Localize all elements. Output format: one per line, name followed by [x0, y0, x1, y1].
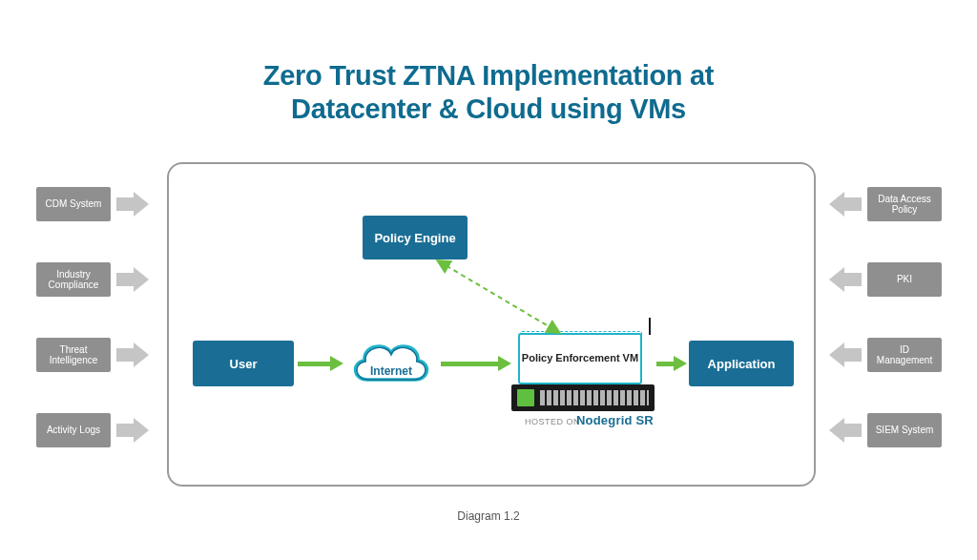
flow-arrow-icon: [298, 362, 330, 366]
arrow-icon: [844, 424, 862, 437]
right-box-pki: PKI: [867, 262, 942, 297]
title-line-1: Zero Trust ZTNA Implementation at: [0, 59, 977, 93]
hosted-on-label: HOSTED ON: [525, 417, 580, 426]
flow-arrow-head-icon: [330, 356, 343, 371]
right-box-siem: SIEM System: [867, 413, 942, 447]
node-policy-engine: Policy Engine: [363, 216, 468, 259]
antenna-icon: [649, 318, 651, 335]
arrow-icon: [844, 348, 862, 362]
arrow-icon: [116, 197, 134, 211]
left-box-threat: Threat Intelligence: [36, 338, 111, 372]
arrow-icon: [116, 273, 134, 286]
cloud-label: Internet: [343, 364, 439, 378]
node-policy-enforcement: Policy Enforcement VM: [518, 333, 642, 384]
flow-arrow-head-icon: [674, 356, 687, 371]
device-icon: [511, 384, 655, 411]
left-box-cdm: CDM System: [36, 187, 111, 221]
flow-arrow-head-icon: [498, 356, 511, 371]
arrow-icon: [116, 424, 134, 437]
flow-arrow-icon: [441, 362, 498, 366]
arrow-icon: [134, 267, 149, 292]
diagram-caption: Diagram 1.2: [0, 509, 977, 523]
node-application: Application: [689, 341, 794, 386]
arrow-icon: [116, 348, 134, 362]
right-box-id-mgmt: ID Management: [867, 338, 942, 372]
left-box-compliance: Industry Compliance: [36, 262, 111, 297]
arrow-icon: [829, 418, 844, 443]
node-internet: Internet: [343, 332, 439, 395]
left-box-activity: Activity Logs: [36, 413, 111, 447]
flow-arrow-icon: [656, 362, 674, 366]
title-line-2: Datacenter & Cloud using VMs: [0, 93, 977, 126]
diagram-title: Zero Trust ZTNA Implementation at Datace…: [0, 0, 977, 126]
arrow-icon: [829, 342, 844, 367]
arrow-icon: [134, 342, 149, 367]
arrow-icon: [134, 418, 149, 443]
nodegrid-label: Nodegrid SR: [576, 413, 654, 427]
arrow-icon: [844, 273, 862, 286]
arrow-icon: [829, 192, 844, 217]
device-ports-icon: [540, 390, 649, 405]
arrow-icon: [134, 192, 149, 217]
main-frame: [167, 162, 816, 487]
arrow-icon: [844, 197, 862, 211]
node-user: User: [193, 341, 294, 386]
arrow-icon: [829, 267, 844, 292]
cloud-icon: [343, 332, 439, 395]
right-box-data-access: Data Access Policy: [867, 187, 942, 221]
